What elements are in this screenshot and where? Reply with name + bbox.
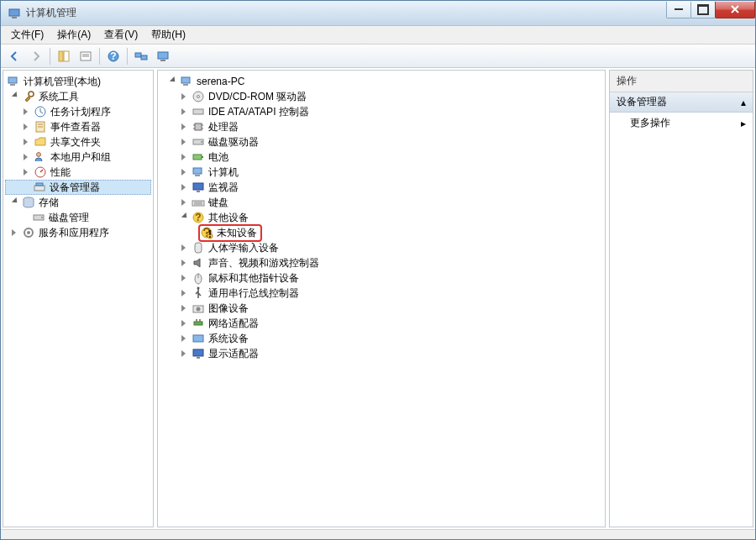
expander-icon[interactable] <box>180 197 190 207</box>
expander-icon[interactable] <box>180 288 190 298</box>
actions-header: 操作 <box>610 71 753 92</box>
svg-rect-33 <box>193 109 203 114</box>
svg-point-28 <box>27 231 30 234</box>
minimize-button[interactable] <box>666 2 691 18</box>
expander-icon[interactable] <box>180 303 190 313</box>
device-hid[interactable]: 人体学输入设备 <box>160 240 603 255</box>
expander-icon[interactable] <box>180 212 190 223</box>
device-imaging[interactable]: 图像设备 <box>160 301 603 316</box>
device-disk[interactable]: 磁盘驱动器 <box>160 134 603 149</box>
tree-local-users[interactable]: 本地用户和组 <box>5 149 151 165</box>
device-computer[interactable]: 计算机 <box>160 165 603 180</box>
svg-rect-47 <box>192 201 204 206</box>
cpu-icon <box>192 120 205 134</box>
actions-more-label: 更多操作 <box>630 116 670 130</box>
disk-mgmt-icon <box>32 211 45 224</box>
expander-icon[interactable] <box>180 122 190 132</box>
expander-icon[interactable] <box>10 197 20 207</box>
expander-icon[interactable] <box>168 76 178 87</box>
tree-task-scheduler[interactable]: 任务计划程序 <box>5 104 151 119</box>
expander-icon[interactable] <box>22 137 32 147</box>
tree-event-viewer[interactable]: 事件查看器 <box>5 119 151 134</box>
expander-icon[interactable] <box>180 137 190 147</box>
expander-icon[interactable] <box>180 182 190 192</box>
expander-icon[interactable] <box>22 167 32 177</box>
svg-rect-2 <box>59 51 63 61</box>
tree-services-apps[interactable]: 服务和应用程序 <box>5 225 151 240</box>
device-sound[interactable]: 声音、视频和游戏控制器 <box>160 255 603 270</box>
menu-file[interactable]: 文件(F) <box>4 26 50 44</box>
tree-root-computer-management[interactable]: 计算机管理(本地) <box>5 74 151 89</box>
device-dvd[interactable]: DVD/CD-ROM 驱动器 <box>160 89 603 104</box>
hid-icon <box>192 241 205 254</box>
device-display[interactable]: 显示适配器 <box>160 346 603 361</box>
expander-icon[interactable] <box>180 243 190 253</box>
imaging-icon <box>192 301 205 315</box>
svg-point-61 <box>197 307 201 312</box>
pc-icon <box>192 165 205 179</box>
tree-system-tools[interactable]: 系统工具 <box>5 89 151 104</box>
expander-icon[interactable] <box>180 107 190 117</box>
menu-help[interactable]: 帮助(H) <box>144 26 192 44</box>
device-battery[interactable]: 电池 <box>160 149 603 165</box>
device-usb[interactable]: 通用串行总线控制器 <box>160 286 603 301</box>
app-icon <box>8 7 21 20</box>
expander-icon[interactable] <box>22 107 32 117</box>
tree-performance[interactable]: 性能 <box>5 165 151 180</box>
expander-icon[interactable] <box>180 152 190 162</box>
expander-icon[interactable] <box>180 167 190 177</box>
expander-icon[interactable] <box>22 122 32 132</box>
properties-button[interactable] <box>76 46 96 66</box>
close-button[interactable] <box>715 2 755 18</box>
device-ide[interactable]: IDE ATA/ATAPI 控制器 <box>160 104 603 119</box>
clock-icon <box>34 105 47 118</box>
tree-storage[interactable]: 存储 <box>5 195 151 210</box>
tree-disk-management[interactable]: 磁盘管理 <box>5 210 151 225</box>
device-monitor[interactable]: 监视器 <box>160 180 603 195</box>
expander-icon[interactable] <box>180 258 190 268</box>
menu-view[interactable]: 查看(V) <box>97 26 144 44</box>
nav-back-button[interactable] <box>4 46 24 66</box>
svg-rect-66 <box>193 349 203 356</box>
device-root[interactable]: serena-PC <box>160 74 603 89</box>
display-adapter-icon <box>192 347 205 360</box>
expander-icon[interactable] <box>180 333 190 343</box>
expander-icon[interactable] <box>10 228 20 238</box>
titlebar: 计算机管理 <box>1 1 755 26</box>
window: 计算机管理 文件(F) 操作(A) 查看(V) 帮助(H) ? <box>0 0 756 540</box>
device-mouse[interactable]: 鼠标和其他指针设备 <box>160 270 603 286</box>
menu-action[interactable]: 操作(A) <box>50 26 97 44</box>
expander-icon[interactable] <box>180 318 190 328</box>
tree-shared-folders[interactable]: 共享文件夹 <box>5 134 151 149</box>
console-tree[interactable]: 计算机管理(本地) 系统工具 任务计划程序 <box>3 71 153 244</box>
svg-rect-62 <box>194 322 202 325</box>
dvd-icon <box>192 90 205 103</box>
system-icon <box>192 332 205 345</box>
view-computers-button[interactable] <box>131 46 151 66</box>
device-unknown[interactable]: ! 未知设备 <box>160 225 603 240</box>
computer-mgmt-icon <box>7 75 20 88</box>
show-hide-tree-button[interactable] <box>54 46 74 66</box>
device-cpu[interactable]: 处理器 <box>160 119 603 134</box>
view-devices-button[interactable] <box>153 46 173 66</box>
tree-device-manager[interactable]: 设备管理器 <box>5 180 151 195</box>
actions-more[interactable]: 更多操作 ▸ <box>610 113 753 134</box>
help-button[interactable]: ? <box>103 46 123 66</box>
svg-rect-0 <box>9 9 19 16</box>
expander-icon[interactable] <box>180 92 190 102</box>
actions-sub-label: 设备管理器 <box>617 95 667 109</box>
svg-rect-44 <box>195 175 200 176</box>
performance-icon <box>34 165 47 179</box>
expander-icon[interactable] <box>180 273 190 283</box>
device-other[interactable]: ?其他设备 <box>160 210 603 225</box>
nav-forward-button[interactable] <box>26 46 46 66</box>
device-tree[interactable]: serena-PC DVD/CD-ROM 驱动器 IDE ATA/ATAPI 控… <box>158 71 605 364</box>
expander-icon[interactable] <box>10 92 20 102</box>
device-keyboard[interactable]: 键盘 <box>160 195 603 210</box>
device-system[interactable]: 系统设备 <box>160 331 603 346</box>
expander-icon[interactable] <box>22 152 32 162</box>
maximize-button[interactable] <box>690 2 716 18</box>
device-network[interactable]: 网络适配器 <box>160 316 603 331</box>
actions-sub-header[interactable]: 设备管理器 ▴ <box>610 92 753 113</box>
expander-icon[interactable] <box>180 349 190 359</box>
